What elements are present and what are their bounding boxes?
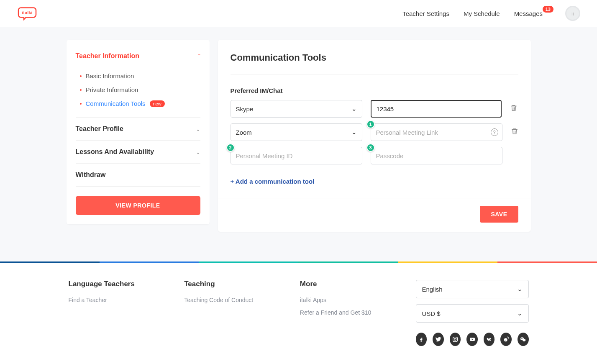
page-title: Communication Tools (231, 52, 518, 74)
sidebar-header-lessons[interactable]: Lessons And Availability ⌄ (76, 141, 200, 163)
currency-select[interactable]: USD $ ⌄ (416, 304, 529, 323)
tool-row-zoom-extra: 2 3 (231, 147, 518, 164)
main: Teacher Information ˆ Basic Information … (0, 27, 597, 261)
chevron-down-icon: ⌄ (196, 126, 200, 132)
header-nav: Teacher Settings My Schedule Messages 13… (402, 6, 580, 21)
meeting-id-wrap: 2 (231, 147, 362, 164)
bullet-icon (80, 89, 82, 91)
svg-point-12 (523, 338, 523, 338)
bullet-icon (80, 103, 82, 105)
chevron-down-icon: ⌄ (351, 105, 357, 113)
footer-heading: Language Teachers (69, 280, 159, 288)
sidebar: Teacher Information ˆ Basic Information … (67, 40, 210, 224)
language-select[interactable]: English ⌄ (416, 280, 529, 298)
sidebar-header-teacher-info[interactable]: Teacher Information ˆ (76, 47, 200, 67)
messages-badge: 13 (543, 6, 553, 13)
sidebar-item-label: Communication Tools (86, 100, 146, 107)
sidebar-header-teacher-profile[interactable]: Teacher Profile ⌄ (76, 118, 200, 140)
tool-row-skype: Skype ⌄ (231, 100, 518, 118)
wechat-icon[interactable] (518, 333, 529, 346)
logo[interactable]: italki (17, 6, 42, 21)
nav-messages-label: Messages (514, 10, 543, 17)
save-button[interactable]: SAVE (480, 206, 518, 223)
view-profile-button[interactable]: VIEW PROFILE (76, 196, 200, 215)
card-footer: SAVE (218, 198, 531, 223)
footer-link-conduct[interactable]: Teaching Code of Conduct (184, 297, 275, 303)
preferred-im-label: Preferred IM/Chat (231, 87, 518, 94)
footer-gradient (0, 261, 597, 263)
sidebar-section-withdraw: Withdraw (76, 164, 200, 187)
chevron-down-icon: ⌄ (517, 285, 523, 293)
meeting-id-input[interactable] (231, 147, 362, 164)
social-links (416, 333, 529, 346)
select-value: Zoom (236, 129, 252, 136)
tool-type-select[interactable]: Zoom ⌄ (231, 123, 362, 141)
sidebar-sub-teacher-info: Basic Information Private Information Co… (76, 67, 200, 117)
footer-heading: Teaching (184, 280, 275, 288)
youtube-icon[interactable] (466, 333, 478, 346)
chevron-down-icon: ⌄ (196, 149, 200, 155)
footer-heading: More (300, 280, 391, 288)
content-card: Communication Tools Preferred IM/Chat Sk… (218, 40, 531, 232)
twitter-icon[interactable] (433, 333, 444, 346)
add-tool-link[interactable]: + Add a communication tool (231, 178, 315, 185)
sidebar-section-teacher-profile: Teacher Profile ⌄ (76, 118, 200, 141)
sidebar-title: Withdraw (76, 171, 106, 179)
tool-type-select[interactable]: Skype ⌄ (231, 100, 362, 118)
svg-point-5 (504, 338, 507, 341)
select-value: English (422, 286, 443, 293)
sidebar-section-teacher-info: Teacher Information ˆ Basic Information … (76, 47, 200, 118)
step-badge-1: 1 (366, 120, 375, 128)
instagram-icon[interactable] (450, 333, 461, 346)
nav-my-schedule[interactable]: My Schedule (464, 10, 500, 17)
footer-link-refer[interactable]: Refer a Friend and Get $10 (300, 309, 391, 316)
header: italki Teacher Settings My Schedule Mess… (0, 0, 597, 27)
sidebar-title: Teacher Profile (76, 125, 123, 133)
sidebar-item-label: Basic Information (86, 72, 134, 79)
sidebar-item-basic-info[interactable]: Basic Information (80, 69, 200, 83)
sidebar-item-private-info[interactable]: Private Information (80, 83, 200, 97)
weibo-icon[interactable] (500, 333, 512, 346)
passcode-wrap: 3 (371, 147, 502, 164)
chevron-down-icon: ⌄ (517, 310, 523, 317)
select-value: Skype (236, 105, 254, 113)
select-value: USD $ (422, 310, 441, 317)
footer-link-find-teacher[interactable]: Find a Teacher (69, 297, 159, 303)
step-badge-3: 3 (366, 144, 375, 152)
facebook-icon[interactable] (416, 333, 427, 346)
delete-icon[interactable] (511, 128, 518, 137)
footer-col-teachers: Language Teachers Find a Teacher (69, 280, 159, 346)
svg-text:italki: italki (22, 10, 32, 15)
sidebar-title: Lessons And Availability (76, 148, 154, 156)
nav-messages[interactable]: Messages 13 (514, 10, 543, 17)
footer-col-settings: English ⌄ USD $ ⌄ (416, 280, 529, 346)
avatar[interactable]: ii (565, 6, 580, 21)
footer-col-teaching: Teaching Teaching Code of Conduct (184, 280, 275, 346)
sidebar-item-communication-tools[interactable]: Communication Tools new (80, 97, 200, 110)
svg-point-11 (521, 338, 522, 338)
sidebar-header-withdraw[interactable]: Withdraw (76, 164, 200, 186)
footer-col-more: More italki Apps Refer a Friend and Get … (300, 280, 391, 346)
step-badge-2: 2 (226, 144, 235, 152)
delete-icon[interactable] (510, 104, 518, 113)
footer: Language Teachers Find a Teacher Teachin… (0, 263, 597, 359)
svg-point-6 (505, 340, 505, 341)
meeting-link-input[interactable] (371, 123, 502, 141)
help-icon[interactable]: ? (491, 128, 498, 136)
svg-point-2 (454, 338, 456, 341)
svg-point-3 (456, 338, 457, 338)
bullet-icon (80, 75, 82, 77)
meeting-link-wrap: 1 ? (371, 123, 502, 141)
chevron-down-icon: ⌄ (351, 128, 357, 136)
footer-link-apps[interactable]: italki Apps (300, 297, 391, 303)
vk-icon[interactable] (484, 333, 495, 346)
sidebar-item-label: Private Information (86, 86, 138, 93)
passcode-input[interactable] (371, 147, 502, 164)
tool-row-zoom: Zoom ⌄ 1 ? (231, 123, 518, 141)
tool-value-input[interactable] (371, 100, 502, 118)
sidebar-section-lessons: Lessons And Availability ⌄ (76, 141, 200, 164)
new-badge: new (150, 100, 165, 107)
nav-teacher-settings[interactable]: Teacher Settings (402, 10, 449, 17)
chevron-up-icon: ˆ (198, 53, 200, 59)
sidebar-title: Teacher Information (76, 52, 140, 60)
